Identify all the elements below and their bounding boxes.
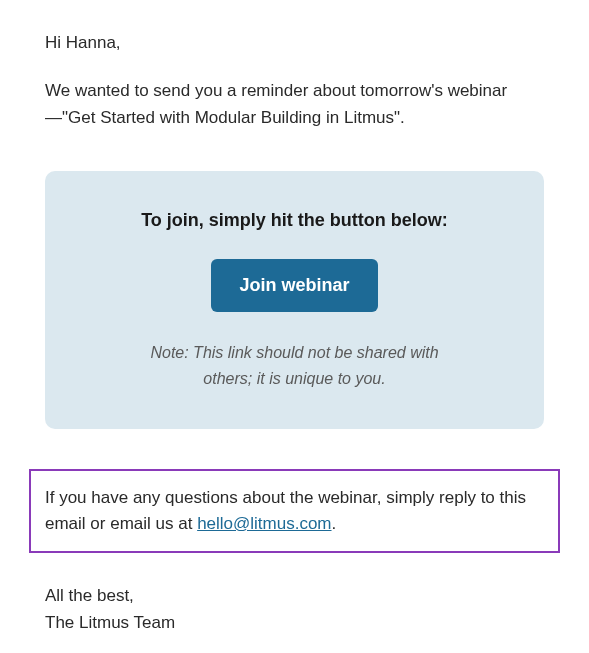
intro-paragraph: We wanted to send you a reminder about t… [45, 78, 544, 131]
greeting-text: Hi Hanna, [45, 30, 544, 56]
cta-note: Note: This link should not be shared wit… [135, 340, 455, 393]
signoff-line-2: The Litmus Team [45, 610, 544, 636]
signoff-line-1: All the best, [45, 583, 544, 609]
cta-heading: To join, simply hit the button below: [75, 207, 514, 235]
join-webinar-button[interactable]: Join webinar [211, 259, 377, 312]
questions-suffix: . [332, 514, 337, 533]
cta-card: To join, simply hit the button below: Jo… [45, 171, 544, 429]
signoff-block: All the best, The Litmus Team [45, 583, 544, 636]
questions-highlight-box: If you have any questions about the webi… [29, 469, 560, 554]
contact-email-link[interactable]: hello@litmus.com [197, 514, 331, 533]
questions-paragraph: If you have any questions about the webi… [45, 485, 544, 538]
